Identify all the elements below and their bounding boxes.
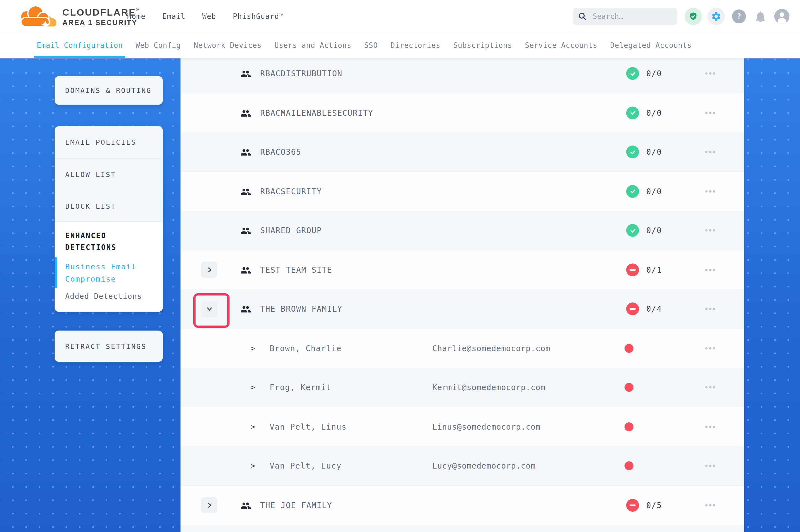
tab-network-devices[interactable]: Network Devices [194, 33, 261, 58]
groups-table-panel: RBACDISTRUBUTION0/0RBACMAILENABLESECURIT… [181, 58, 744, 532]
member-email: Lucy@somedemocorp.com [432, 462, 536, 471]
tab-users-and-actions[interactable]: Users and Actions [274, 33, 351, 58]
header-icon-group: ? [685, 0, 789, 33]
table-row: RBACMAILENABLESECURITY0/0 [181, 93, 744, 132]
table-row: >Van Pelt, LinusLinus@somedemocorp.com [181, 407, 744, 446]
tab-email-configuration[interactable]: Email Configuration [37, 33, 123, 58]
sidebar-item-block-list[interactable]: BLOCK LIST [55, 190, 163, 222]
row-menu-button[interactable] [703, 423, 717, 430]
row-menu-button[interactable] [703, 70, 717, 77]
member-chevron-icon[interactable]: > [251, 462, 255, 470]
status-pass-badge [626, 146, 639, 158]
member-count: 0/0 [646, 109, 662, 117]
group-expand-button[interactable] [201, 262, 217, 278]
table-row: RBACDISTRUBUTION0/0 [181, 58, 744, 93]
group-icon [240, 304, 251, 314]
tab-label: Service Accounts [525, 41, 597, 50]
brand-name: CLOUDFLARE [62, 7, 136, 18]
nav-home[interactable]: Home [127, 12, 146, 21]
row-menu-button[interactable] [703, 110, 717, 116]
content-area: DOMAINS & ROUTING EMAIL POLICIES ALLOW L… [0, 58, 800, 532]
help-icon[interactable]: ? [732, 10, 746, 23]
member-chevron-icon[interactable]: > [251, 344, 255, 353]
group-name: THE JOE FAMILY [260, 501, 332, 510]
cloudflare-cloud-icon [15, 4, 59, 29]
row-menu-button[interactable] [703, 306, 717, 312]
tab-label: Email Configuration [37, 41, 123, 50]
app-window: CLOUDFLARE® AREA 1 SECURITY Home Email W… [0, 0, 800, 532]
sidebar-item-added-detections[interactable]: Added Detections [65, 292, 154, 301]
group-name: RBACMAILENABLESECURITY [260, 109, 373, 117]
row-menu-button[interactable] [703, 267, 717, 273]
member-name: Van Pelt, Linus [270, 422, 347, 431]
status-pass-badge [626, 67, 639, 80]
tab-delegated-accounts[interactable]: Delegated Accounts [610, 33, 692, 58]
minus-icon [630, 505, 636, 506]
sidebar-item-allow-list[interactable]: ALLOW LIST [55, 158, 163, 190]
settings-gear-icon[interactable] [708, 8, 725, 25]
sidebar-item-business-email-compromise[interactable]: Business Email Compromise [65, 261, 143, 285]
member-chevron-icon[interactable]: > [251, 423, 255, 431]
user-avatar-icon[interactable] [775, 9, 789, 24]
table-row: >Brown, CharlieCharlie@somedemocorp.com [181, 329, 744, 368]
group-icon [240, 265, 251, 275]
notifications-bell-icon[interactable] [754, 10, 767, 23]
status-fail-dot [624, 344, 633, 353]
sidebar-section-title: ENHANCED DETECTIONS [65, 230, 138, 253]
sidebar-item-email-policies[interactable]: EMAIL POLICIES [55, 126, 163, 158]
tab-bar: Email ConfigurationWeb ConfigNetwork Dev… [0, 33, 800, 58]
member-count: 0/4 [646, 305, 662, 314]
nav-email[interactable]: Email [162, 12, 185, 21]
row-menu-button[interactable] [703, 345, 717, 352]
member-count: 0/0 [646, 187, 662, 196]
status-fail-badge [626, 264, 639, 276]
row-menu-button[interactable] [703, 188, 717, 195]
table-row: TEST TEAM SITE0/1 [181, 250, 744, 289]
search-icon [578, 12, 587, 21]
group-icon [240, 226, 251, 236]
groups-table: RBACDISTRUBUTION0/0RBACMAILENABLESECURIT… [181, 58, 744, 532]
member-email: Kermit@somedemocorp.com [432, 383, 545, 392]
status-pass-badge [626, 185, 639, 198]
group-expand-button[interactable] [201, 301, 217, 317]
cloudflare-logo[interactable]: CLOUDFLARE® AREA 1 SECURITY [15, 4, 139, 29]
nav-web[interactable]: Web [202, 12, 216, 21]
group-icon [240, 108, 251, 118]
member-count: 0/5 [646, 501, 662, 510]
group-icon [240, 186, 251, 196]
member-email: Charlie@somedemocorp.com [432, 344, 550, 353]
sidebar-item-label: RETRACT SETTINGS [65, 342, 146, 350]
tab-directories[interactable]: Directories [390, 33, 440, 58]
table-row: RBACSECURITY0/0 [181, 172, 744, 211]
status-fail-dot [624, 422, 633, 431]
tab-sso[interactable]: SSO [364, 33, 378, 58]
group-icon [240, 500, 251, 510]
status-pass-badge [626, 107, 639, 119]
search-input[interactable] [592, 12, 672, 21]
member-chevron-icon[interactable]: > [251, 383, 255, 392]
row-menu-button[interactable] [703, 502, 717, 509]
row-menu-button[interactable] [703, 227, 717, 234]
status-pass-badge [626, 224, 639, 237]
member-count: 0/0 [646, 148, 662, 157]
table-row: THE BROWN FAMILY0/4 [181, 289, 744, 329]
row-menu-button[interactable] [703, 384, 717, 391]
row-menu-button[interactable] [703, 463, 717, 469]
tab-label: Web Config [136, 41, 181, 50]
tab-label: SSO [364, 41, 378, 50]
group-icon [240, 69, 251, 79]
tab-service-accounts[interactable]: Service Accounts [525, 33, 597, 58]
tab-subscriptions[interactable]: Subscriptions [453, 33, 512, 58]
tab-web-config[interactable]: Web Config [136, 33, 181, 58]
group-expand-button[interactable] [201, 497, 217, 513]
row-menu-button[interactable] [703, 149, 717, 155]
nav-phishguard[interactable]: PhishGuard™ [233, 12, 284, 21]
sidebar-item-retract-settings[interactable]: RETRACT SETTINGS [55, 330, 163, 362]
member-name: Van Pelt, Lucy [270, 462, 342, 471]
sidebar-item-label: ALLOW LIST [65, 170, 116, 178]
status-fail-dot [624, 462, 633, 471]
global-search[interactable] [573, 8, 677, 25]
table-row: RBACO3650/0 [181, 132, 744, 172]
shield-check-icon[interactable] [685, 8, 702, 25]
sidebar-item-domains-routing[interactable]: DOMAINS & ROUTING [55, 76, 163, 104]
